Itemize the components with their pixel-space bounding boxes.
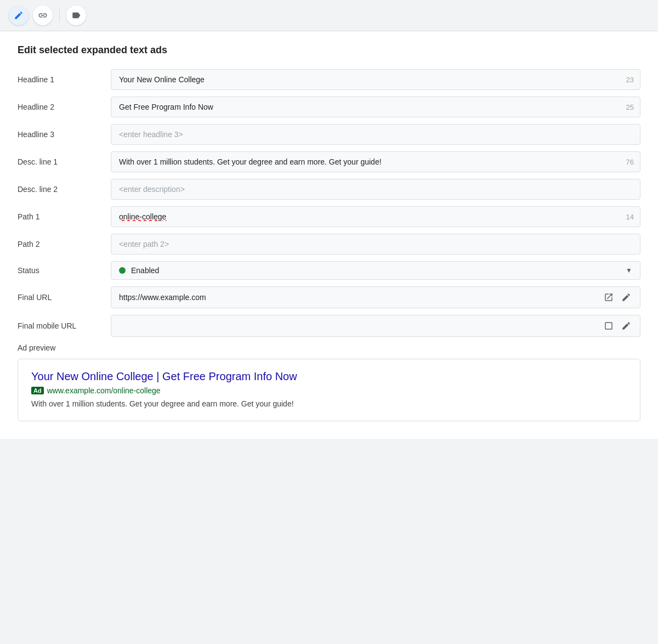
headline2-input[interactable] bbox=[111, 97, 640, 117]
headline3-row: Headline 3 bbox=[18, 124, 640, 145]
desc-line2-field bbox=[111, 179, 640, 200]
tag-button[interactable] bbox=[66, 5, 86, 25]
path2-field bbox=[111, 234, 640, 255]
path2-label: Path 2 bbox=[18, 240, 111, 248]
pencil-icon bbox=[14, 10, 24, 20]
final-url-row: Final URL https://www.example.com bbox=[18, 286, 640, 308]
status-value: Enabled bbox=[131, 266, 626, 275]
desc-line1-char-count: 76 bbox=[626, 158, 634, 166]
desc-line1-label: Desc. line 1 bbox=[18, 157, 111, 166]
status-field: Enabled ▼ bbox=[111, 261, 640, 280]
external-link-icon bbox=[604, 292, 614, 302]
path1-input[interactable] bbox=[111, 206, 640, 227]
headline3-field bbox=[111, 124, 640, 145]
edit-url-pencil-icon bbox=[621, 292, 631, 302]
headline2-label: Headline 2 bbox=[18, 103, 111, 111]
headline3-label: Headline 3 bbox=[18, 130, 111, 139]
headline2-field: 25 bbox=[111, 97, 640, 117]
status-label: Status bbox=[18, 266, 111, 275]
url-action-icons bbox=[603, 291, 632, 303]
ad-preview-label: Ad preview bbox=[18, 343, 640, 352]
desc-line2-input[interactable] bbox=[111, 179, 640, 200]
open-url-button[interactable] bbox=[603, 291, 615, 303]
final-url-field: https://www.example.com bbox=[111, 286, 640, 308]
headline3-input[interactable] bbox=[111, 124, 640, 145]
final-mobile-url-wrapper bbox=[111, 315, 640, 337]
final-url-wrapper: https://www.example.com bbox=[111, 286, 640, 308]
ad-preview-url: www.example.com/online-college bbox=[47, 386, 161, 395]
ad-preview-url-row: Ad www.example.com/online-college bbox=[31, 386, 627, 395]
path1-row: Path 1 14 bbox=[18, 206, 640, 227]
mobile-url-checkbox-button[interactable] bbox=[603, 320, 615, 332]
section-title: Edit selected expanded text ads bbox=[18, 44, 640, 56]
edit-button[interactable] bbox=[9, 5, 29, 25]
final-mobile-url-label: Final mobile URL bbox=[18, 321, 111, 330]
headline1-char-count: 23 bbox=[626, 76, 634, 84]
edit-url-button[interactable] bbox=[620, 291, 632, 303]
ad-badge: Ad bbox=[31, 387, 44, 394]
headline2-row: Headline 2 25 bbox=[18, 97, 640, 117]
desc-line2-row: Desc. line 2 bbox=[18, 179, 640, 200]
link-button[interactable] bbox=[33, 5, 53, 25]
ad-preview-description: With over 1 million students. Get your d… bbox=[31, 398, 627, 410]
headline1-field: 23 bbox=[111, 69, 640, 90]
checkbox-icon bbox=[604, 321, 614, 331]
tag-icon bbox=[71, 10, 81, 20]
status-dot bbox=[119, 267, 126, 274]
desc-line1-input[interactable] bbox=[111, 151, 640, 172]
main-panel: Edit selected expanded text ads Headline… bbox=[0, 31, 658, 439]
ad-preview-title[interactable]: Your New Online College | Get Free Progr… bbox=[31, 370, 627, 383]
headline1-row: Headline 1 23 bbox=[18, 69, 640, 90]
final-mobile-url-row: Final mobile URL bbox=[18, 315, 640, 337]
status-select[interactable]: Enabled ▼ bbox=[111, 261, 640, 280]
path2-input[interactable] bbox=[111, 234, 640, 255]
desc-line2-label: Desc. line 2 bbox=[18, 185, 111, 194]
dropdown-arrow-icon: ▼ bbox=[626, 267, 632, 274]
mobile-url-action-icons bbox=[603, 320, 632, 332]
path1-field: 14 bbox=[111, 206, 640, 227]
desc-line1-field: 76 bbox=[111, 151, 640, 172]
headline1-input[interactable] bbox=[111, 69, 640, 90]
final-mobile-url-field bbox=[111, 315, 640, 337]
toolbar bbox=[0, 0, 658, 31]
divider bbox=[59, 9, 60, 22]
path1-label: Path 1 bbox=[18, 212, 111, 221]
desc-line1-row: Desc. line 1 76 bbox=[18, 151, 640, 172]
final-url-label: Final URL bbox=[18, 293, 111, 302]
ad-preview-box: Your New Online College | Get Free Progr… bbox=[18, 359, 640, 421]
path1-char-count: 14 bbox=[626, 213, 634, 221]
headline1-label: Headline 1 bbox=[18, 75, 111, 84]
path2-row: Path 2 bbox=[18, 234, 640, 255]
edit-mobile-url-button[interactable] bbox=[620, 320, 632, 332]
link-icon bbox=[38, 10, 48, 20]
status-row: Status Enabled ▼ bbox=[18, 261, 640, 280]
final-url-value: https://www.example.com bbox=[119, 293, 603, 302]
headline2-char-count: 25 bbox=[626, 103, 634, 111]
edit-mobile-url-pencil-icon bbox=[621, 321, 631, 331]
